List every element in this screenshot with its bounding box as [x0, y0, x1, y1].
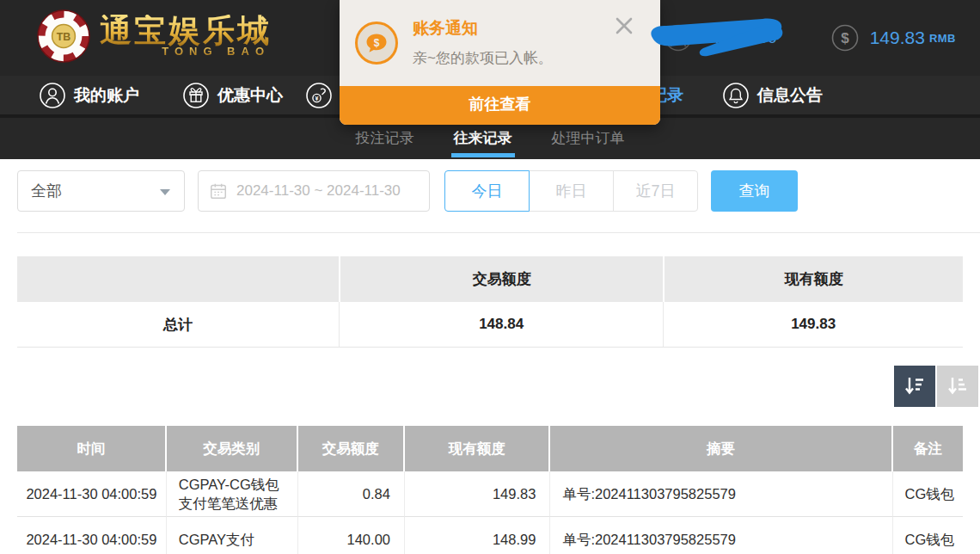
col-summary: 摘要: [550, 426, 892, 471]
username-suffix: 90: [759, 28, 777, 46]
calendar-icon: [209, 182, 228, 200]
table-row: 2024-11-30 04:00:59 CGPAY-CG钱包支付笔笔送优惠 0.…: [17, 471, 963, 517]
summary-header-transaction: 交易额度: [339, 256, 663, 302]
cell-balance: 149.83: [405, 471, 550, 517]
sort-descending-button[interactable]: [894, 366, 935, 407]
last7days-button[interactable]: 近7日: [613, 170, 698, 212]
cell-remark: CG钱包: [893, 471, 963, 517]
summary-table: 交易额度 现有额度 总计 148.84 149.83: [17, 256, 963, 348]
brand-subtitle: TONG BAO: [162, 45, 270, 58]
quick-date-buttons: 今日 昨日 近7日: [444, 170, 698, 212]
nav-item-announcements[interactable]: 信息公告: [722, 76, 823, 114]
svg-text:$: $: [841, 30, 849, 46]
cell-type: CGPAY支付: [167, 517, 298, 554]
account-notification-popup: $ 账务通知 亲~您的款项已入帐。 前往查看: [340, 0, 660, 125]
summary-current-balance: 149.83: [663, 302, 963, 347]
col-balance: 现有额度: [405, 426, 550, 471]
cell-amount: 140.00: [298, 517, 405, 554]
svg-text:¥: ¥: [315, 95, 319, 102]
category-selected-value: 全部: [31, 182, 62, 200]
chip-tb-text: TB: [57, 31, 71, 43]
nav-item-my-account[interactable]: 我的账户: [39, 76, 139, 114]
date-range-input[interactable]: 2024-11-30 ~ 2024-11-30: [198, 170, 430, 212]
summary-total-row: 总计 148.84 149.83: [17, 302, 963, 348]
go-view-button[interactable]: 前往查看: [340, 86, 660, 125]
cell-balance: 148.99: [405, 517, 550, 554]
cell-time: 2024-11-30 04:00:59: [17, 471, 167, 517]
notification-title: 账务通知: [413, 17, 478, 40]
deposit-icon: ¥: [305, 82, 333, 109]
today-button[interactable]: 今日: [444, 170, 530, 212]
nav-label: 优惠中心: [217, 84, 283, 107]
content-area: 全部 2024-11-30 ~ 2024-11-30 今日 昨日 近7日 查询 …: [0, 159, 980, 554]
balance-currency: RMB: [929, 32, 956, 45]
yesterday-button[interactable]: 昨日: [529, 170, 614, 212]
col-remark: 备注: [893, 426, 963, 471]
balance-display[interactable]: $ 149.83 RMB: [830, 23, 956, 52]
site-logo[interactable]: TB 通宝娱乐城 TONG BAO: [36, 9, 272, 64]
user-area: che90 $ 149.83 RMB: [664, 0, 956, 76]
cell-type: CGPAY-CG钱包支付笔笔送优惠: [167, 471, 298, 517]
cell-summary: 单号:202411303795825579: [550, 471, 892, 517]
gift-icon: [182, 82, 210, 109]
transaction-records-page: TB 通宝娱乐城 TONG BAO che90 $ 149.83 RMB: [0, 0, 980, 554]
summary-header-empty: [17, 256, 339, 302]
svg-text:$: $: [374, 37, 380, 49]
summary-transaction-amount: 148.84: [339, 302, 663, 347]
records-table: 时间 交易类别 交易额度 现有额度 摘要 备注 2024-11-30 04:00…: [17, 426, 963, 554]
records-header-row: 时间 交易类别 交易额度 现有额度 摘要 备注: [17, 426, 963, 471]
sort-ascending-button[interactable]: [937, 366, 978, 407]
search-button[interactable]: 查询: [711, 170, 798, 212]
casino-chip-icon: TB: [36, 9, 91, 64]
nav-item-promotions[interactable]: 优惠中心: [182, 76, 283, 114]
brand-text: 通宝娱乐城 TONG BAO: [100, 15, 272, 58]
chevron-down-icon: [160, 189, 170, 195]
col-amount: 交易额度: [298, 426, 405, 471]
cell-remark: CG钱包: [893, 517, 963, 554]
col-type: 交易类别: [167, 426, 298, 471]
user-icon: [39, 82, 66, 109]
nav-label: 我的账户: [74, 84, 139, 107]
balance-amount: 149.83: [870, 28, 925, 48]
cell-summary: 单号:202411303795825579: [550, 517, 892, 554]
cell-amount: 0.84: [298, 471, 405, 517]
user-avatar-icon: [664, 23, 693, 52]
username[interactable]: che90: [701, 28, 777, 47]
table-row: 2024-11-30 04:00:59 CGPAY支付 140.00 148.9…: [17, 517, 963, 554]
date-range-value: 2024-11-30 ~ 2024-11-30: [236, 182, 401, 200]
notification-message: 亲~您的款项已入帐。: [413, 48, 553, 68]
nav-label: 信息公告: [757, 84, 823, 107]
col-time: 时间: [17, 426, 167, 471]
brand-name: 通宝娱乐城: [100, 15, 272, 48]
money-message-icon: $: [355, 22, 398, 65]
sort-descending-icon: [903, 374, 927, 398]
bell-icon: [722, 82, 750, 109]
summary-header-balance: 现有额度: [663, 256, 963, 302]
summary-total-label: 总计: [17, 302, 339, 347]
category-select[interactable]: 全部: [17, 170, 185, 212]
divider: [17, 232, 980, 233]
dollar-coin-icon: $: [830, 23, 860, 52]
summary-header-row: 交易额度 现有额度: [17, 256, 963, 302]
sort-ascending-icon: [946, 374, 970, 398]
username-prefix: che: [701, 28, 728, 46]
cell-time: 2024-11-30 04:00:59: [17, 517, 167, 554]
close-icon[interactable]: [610, 12, 638, 40]
